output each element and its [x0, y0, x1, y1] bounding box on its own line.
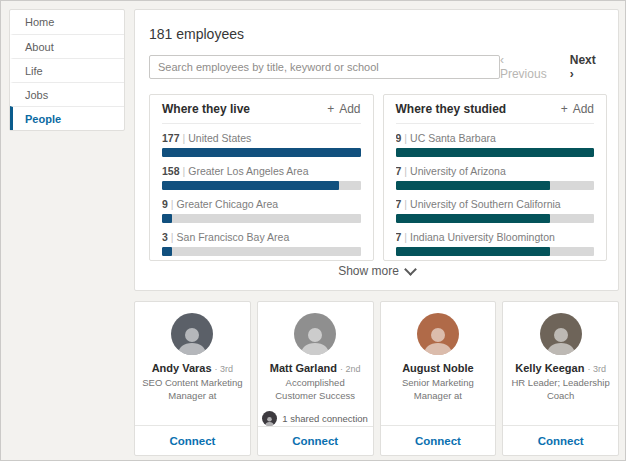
- plus-icon: +: [561, 102, 568, 116]
- people-cards-row: Andy Varas · 3rd SEO Content Marketing M…: [134, 301, 619, 456]
- person-card: Matt Garland · 2nd Accomplished Customer…: [257, 301, 374, 456]
- show-more-button[interactable]: Show more: [135, 258, 618, 284]
- add-facet-button[interactable]: +Add: [561, 102, 594, 116]
- person-name[interactable]: Kelly Keegan: [515, 362, 584, 374]
- facet-row[interactable]: 7|University of Southern California: [396, 198, 595, 223]
- where-they-live-card: Where they live +Add 177|United States 1…: [149, 94, 374, 261]
- search-row: ‹ Previous Next ›: [149, 53, 607, 81]
- person-name[interactable]: Matt Garland: [270, 362, 337, 374]
- bar-track: [162, 247, 361, 256]
- employee-search-input[interactable]: [149, 55, 500, 79]
- person-headline: Senior Marketing Manager at SnackNation: [381, 377, 496, 403]
- insights-cards: Where they live +Add 177|United States 1…: [149, 94, 607, 261]
- person-card: Kelly Keegan · 3rd HR Leader; Leadership…: [502, 301, 619, 456]
- sidebar-item-about[interactable]: About: [10, 34, 124, 58]
- bar-track: [396, 181, 595, 190]
- shared-connection-avatar: [262, 411, 277, 426]
- connect-button[interactable]: Connect: [135, 425, 250, 455]
- person-headline: Accomplished Customer Success leader foc…: [258, 377, 373, 402]
- avatar[interactable]: [171, 313, 213, 355]
- bar-fill: [162, 148, 361, 157]
- bar-fill: [162, 247, 172, 256]
- bar-track: [162, 181, 361, 190]
- sidebar-item-home[interactable]: Home: [10, 10, 124, 34]
- bar-fill: [162, 214, 172, 223]
- facet-title: Where they live: [162, 102, 250, 116]
- previous-button[interactable]: ‹ Previous: [500, 53, 554, 81]
- avatar[interactable]: [540, 313, 582, 355]
- person-name[interactable]: August Noble: [402, 362, 474, 374]
- bar-fill: [162, 181, 339, 190]
- employees-panel: 181 employees ‹ Previous Next › Where th…: [134, 9, 619, 291]
- linkedin-people-page: Home About Life Jobs People 181 employee…: [0, 0, 626, 461]
- pagination: ‹ Previous Next ›: [500, 53, 607, 81]
- next-button[interactable]: Next ›: [570, 53, 603, 81]
- bar-track: [162, 148, 361, 157]
- person-headline: HR Leader; Leadership Coach: [503, 377, 618, 403]
- avatar[interactable]: [417, 313, 459, 355]
- employee-count-title: 181 employees: [149, 26, 607, 42]
- sidebar-item-jobs[interactable]: Jobs: [10, 82, 124, 106]
- facet-row[interactable]: 7|Indiana University Bloomington: [396, 231, 595, 256]
- facet-row[interactable]: 177|United States: [162, 132, 361, 157]
- sidebar-item-people[interactable]: People: [10, 106, 124, 130]
- connection-degree: · 3rd: [587, 364, 606, 374]
- connect-button[interactable]: Connect: [258, 426, 373, 455]
- add-facet-button[interactable]: +Add: [327, 102, 360, 116]
- person-name[interactable]: Andy Varas: [152, 362, 212, 374]
- connection-degree: · 2nd: [340, 364, 361, 374]
- company-page-nav: Home About Life Jobs People: [9, 9, 125, 131]
- where-they-studied-card: Where they studied +Add 9|UC Santa Barba…: [383, 94, 608, 261]
- avatar[interactable]: [294, 313, 336, 355]
- facet-row[interactable]: 158|Greater Los Angeles Area: [162, 165, 361, 190]
- plus-icon: +: [327, 102, 334, 116]
- shared-connections[interactable]: 1 shared connection: [262, 411, 368, 426]
- bar-track: [396, 214, 595, 223]
- bar-fill: [396, 247, 550, 256]
- person-card: August Noble Senior Marketing Manager at…: [380, 301, 497, 456]
- connect-button[interactable]: Connect: [381, 425, 496, 455]
- chevron-left-icon: ‹: [500, 53, 504, 67]
- facet-title: Where they studied: [396, 102, 507, 116]
- bar-fill: [396, 181, 550, 190]
- connect-button[interactable]: Connect: [503, 425, 618, 455]
- bar-fill: [396, 214, 550, 223]
- person-headline: SEO Content Marketing Manager at SnackNa…: [135, 377, 250, 403]
- facet-row[interactable]: 9|Greater Chicago Area: [162, 198, 361, 223]
- bar-track: [396, 247, 595, 256]
- bar-track: [162, 214, 361, 223]
- facet-row[interactable]: 7|University of Arizona: [396, 165, 595, 190]
- facet-row[interactable]: 9|UC Santa Barbara: [396, 132, 595, 157]
- bar-fill: [396, 148, 595, 157]
- connection-degree: · 3rd: [215, 364, 234, 374]
- bar-track: [396, 148, 595, 157]
- chevron-down-icon: [404, 263, 417, 276]
- chevron-right-icon: ›: [570, 67, 574, 81]
- sidebar-item-life[interactable]: Life: [10, 58, 124, 82]
- facet-row[interactable]: 3|San Francisco Bay Area: [162, 231, 361, 256]
- person-card: Andy Varas · 3rd SEO Content Marketing M…: [134, 301, 251, 456]
